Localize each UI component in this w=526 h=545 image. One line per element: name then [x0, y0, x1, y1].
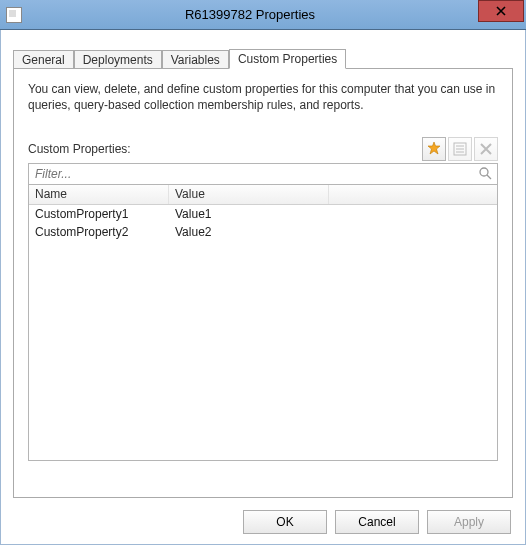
starburst-icon	[426, 141, 442, 157]
column-header-name[interactable]: Name	[29, 185, 169, 204]
cell-value: Value2	[169, 223, 329, 241]
close-icon	[496, 6, 506, 16]
dialog-buttons: OK Cancel Apply	[243, 510, 511, 534]
ok-button[interactable]: OK	[243, 510, 327, 534]
cell-name: CustomProperty2	[29, 223, 169, 241]
properties-grid[interactable]: Name Value CustomProperty1Value1CustomPr…	[28, 185, 498, 461]
search-icon[interactable]	[477, 166, 493, 183]
delete-button[interactable]	[474, 137, 498, 161]
cell-name: CustomProperty1	[29, 205, 169, 223]
apply-button[interactable]: Apply	[427, 510, 511, 534]
new-property-button[interactable]	[422, 137, 446, 161]
cancel-button[interactable]: Cancel	[335, 510, 419, 534]
properties-button[interactable]	[448, 137, 472, 161]
cell-value: Value1	[169, 205, 329, 223]
table-row[interactable]: CustomProperty1Value1	[29, 205, 497, 223]
svg-point-5	[480, 168, 488, 176]
tab-strip: General Deployments Variables Custom Pro…	[13, 46, 513, 68]
column-header-blank	[329, 185, 497, 204]
tab-custom-properties[interactable]: Custom Properties	[229, 49, 346, 69]
system-icon	[6, 7, 22, 23]
svg-marker-0	[428, 142, 440, 154]
delete-icon	[478, 141, 494, 157]
column-header-value[interactable]: Value	[169, 185, 329, 204]
filter-box[interactable]	[28, 163, 498, 185]
custom-properties-label: Custom Properties:	[28, 142, 131, 156]
toolbar	[422, 137, 498, 161]
properties-icon	[452, 141, 468, 157]
close-button[interactable]	[478, 0, 524, 22]
table-row[interactable]: CustomProperty2Value2	[29, 223, 497, 241]
tab-variables[interactable]: Variables	[162, 50, 229, 69]
titlebar: R61399782 Properties	[0, 0, 526, 30]
tab-content: You can view, delete, and define custom …	[13, 68, 513, 498]
grid-rows: CustomProperty1Value1CustomProperty2Valu…	[29, 205, 497, 241]
svg-line-6	[487, 175, 491, 179]
window-body: General Deployments Variables Custom Pro…	[0, 30, 526, 545]
filter-input[interactable]	[33, 166, 477, 182]
description-text: You can view, delete, and define custom …	[28, 81, 498, 113]
grid-header[interactable]: Name Value	[29, 185, 497, 205]
window-title: R61399782 Properties	[22, 7, 478, 22]
tab-general[interactable]: General	[13, 50, 74, 69]
tab-deployments[interactable]: Deployments	[74, 50, 162, 69]
